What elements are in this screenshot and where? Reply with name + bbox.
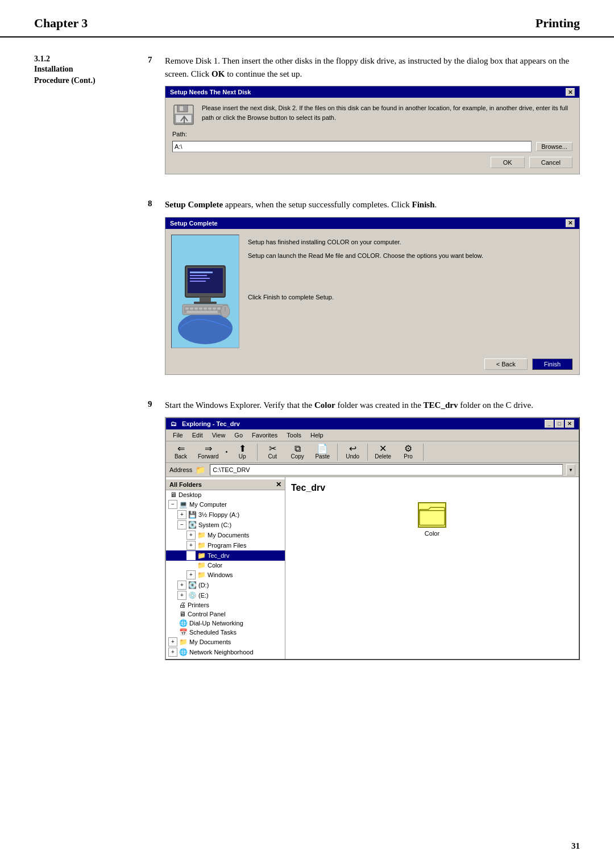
e-icon: 💿 (188, 591, 197, 599)
svg-rect-10 (190, 272, 213, 273)
tree-d[interactable]: + 💽 (D:) (166, 580, 285, 590)
tree-printers-label: Printers (188, 602, 209, 608)
up-toolbar-btn[interactable]: ⬆ Up (231, 443, 254, 461)
copy-toolbar-btn[interactable]: ⧉ Copy (286, 443, 309, 461)
paste-toolbar-btn[interactable]: 📄 Paste (311, 443, 334, 461)
expand-d[interactable]: + (177, 581, 186, 590)
tree-network-label: Network Neighborhood (189, 649, 254, 656)
menu-file[interactable]: File (168, 431, 188, 440)
setup-image-area (171, 235, 239, 348)
delete-icon: ✕ (379, 444, 387, 453)
expand-network[interactable]: + (168, 648, 177, 657)
tree-dialup[interactable]: 🌐 Dial-Up Networking (166, 619, 285, 628)
undo-toolbar-btn[interactable]: ↩ Undo (341, 443, 364, 461)
back-button[interactable]: < Back (484, 358, 528, 370)
toolbar-sep-1 (257, 444, 258, 461)
menu-go[interactable]: Go (230, 431, 247, 440)
back-label: Back (175, 453, 187, 460)
explorer-right-pane: Tec_drv Color (285, 477, 579, 659)
address-dropdown[interactable]: ▼ (566, 464, 575, 475)
ok-button[interactable]: OK (491, 157, 525, 168)
expand-systemc[interactable]: − (177, 520, 186, 529)
explorer-minimize-btn[interactable]: _ (545, 420, 554, 428)
mycomputer-icon: 💻 (179, 500, 188, 508)
desktop-icon: 🖥 (170, 491, 177, 499)
cut-toolbar-btn[interactable]: ✂ Cut (261, 443, 284, 461)
delete-toolbar-btn[interactable]: ✕ Delete (371, 443, 395, 461)
pro-toolbar-btn[interactable]: ⚙ Pro (397, 443, 420, 461)
expand-e[interactable]: + (177, 591, 186, 600)
color-icon: 📁 (197, 561, 206, 569)
tree-networkneighborhood[interactable]: + 🌐 Network Neighborhood (166, 647, 285, 657)
tree-color-label: Color (208, 562, 222, 569)
tree-mydocuments[interactable]: + 📁 My Documents (166, 530, 285, 540)
explorer-toolbar: ⇐ Back ⇒ Forward • ⬆ Up (166, 441, 579, 463)
cancel-button[interactable]: Cancel (529, 157, 572, 168)
network-icon: 🌐 (179, 648, 188, 656)
left-pane-title: All Folders (169, 481, 202, 488)
left-pane-close[interactable]: ✕ (276, 481, 281, 489)
explorer-maximize-btn[interactable]: □ (555, 420, 564, 428)
tree-floppy[interactable]: + 💾 3½ Floppy (A:) (166, 510, 285, 520)
tecdrv-icon: 📁 (197, 552, 206, 560)
tree-printers[interactable]: 🖨 Printers (166, 600, 285, 610)
floppy-disk-icon (172, 103, 195, 126)
address-input[interactable]: C:\TEC_DRV (210, 464, 563, 475)
scheduledtasks-icon: 📅 (179, 628, 188, 636)
expand-mycomputer[interactable]: − (168, 500, 177, 509)
tree-controlpanel[interactable]: 🖥 Control Panel (166, 610, 285, 619)
d-icon: 💽 (188, 581, 197, 589)
tree-programfiles[interactable]: + 📁 Program Files (166, 540, 285, 550)
menu-help[interactable]: Help (306, 431, 328, 440)
tree-systemc[interactable]: − 💽 System (C:) (166, 520, 285, 530)
finish-button[interactable]: Finish (532, 358, 572, 370)
menu-tools[interactable]: Tools (282, 431, 306, 440)
back-toolbar-btn[interactable]: ⇐ Back (169, 443, 192, 461)
tree-windows-label: Windows (208, 571, 233, 578)
tree-color[interactable]: 📁 Color (166, 561, 285, 570)
recyclebin-icon: 🗑 (170, 658, 177, 659)
step-9-block: 9 Start the Windows Explorer. Verify tha… (148, 399, 580, 669)
forward-icon: ⇒ (205, 444, 212, 453)
tree-mydoc2[interactable]: + 📁 My Documents (166, 637, 285, 647)
explorer-close-btn[interactable]: ✕ (565, 420, 574, 428)
svg-rect-23 (208, 307, 211, 310)
paste-icon: 📄 (317, 444, 328, 453)
tree-desktop[interactable]: 🖥 Desktop (166, 490, 285, 499)
left-pane-header: All Folders ✕ (166, 479, 285, 490)
tree-tecdrv[interactable]: − 📁 Tec_drv (166, 550, 285, 561)
tree-mycomputer[interactable]: − 💻 My Computer (166, 499, 285, 510)
tree-scheduledtasks[interactable]: 📅 Scheduled Tasks (166, 628, 285, 637)
menu-view[interactable]: View (208, 431, 230, 440)
expand-floppy[interactable]: + (177, 510, 186, 519)
windows-icon: 📁 (197, 571, 206, 579)
cut-icon: ✂ (269, 444, 276, 453)
setup-needs-disk-icon-row: Please insert the next disk, Disk 2. If … (172, 103, 572, 126)
expand-windows[interactable]: + (186, 570, 196, 579)
setup-complete-close-btn[interactable]: ✕ (566, 219, 575, 227)
color-folder-item[interactable]: Color (291, 502, 573, 537)
systemc-icon: 💽 (188, 521, 197, 529)
path-input[interactable] (172, 141, 532, 152)
expand-tecdrv[interactable]: − (186, 551, 196, 560)
paste-label: Paste (315, 453, 330, 460)
tree-recyclebin[interactable]: 🗑 Recycle Bin (166, 657, 285, 659)
setup-complete-msg3: Click Finish to complete Setup. (248, 293, 571, 302)
menu-favorites[interactable]: Favorites (247, 431, 282, 440)
setup-needs-disk-close-btn[interactable]: ✕ (566, 88, 575, 96)
expand-programfiles[interactable]: + (186, 541, 196, 550)
menu-edit[interactable]: Edit (188, 431, 208, 440)
tree-windows[interactable]: + 📁 Windows (166, 570, 285, 580)
svg-rect-19 (190, 307, 193, 310)
tree-programfiles-label: Program Files (208, 542, 246, 549)
expand-mydoc2[interactable]: + (168, 637, 177, 646)
pro-label: Pro (404, 453, 413, 460)
expand-mydocuments[interactable]: + (186, 531, 196, 540)
toolbar-sep-4 (423, 444, 424, 461)
tree-e[interactable]: + 💿 (E:) (166, 590, 285, 600)
svg-rect-2 (180, 106, 183, 111)
step-8-content: Setup Complete appears, when the setup s… (165, 198, 580, 383)
browse-button[interactable]: Browse... (536, 142, 572, 151)
forward-toolbar-btn[interactable]: ⇒ Forward (194, 443, 222, 461)
explorer-title: 🗂 Exploring - Tec_drv (171, 420, 240, 427)
